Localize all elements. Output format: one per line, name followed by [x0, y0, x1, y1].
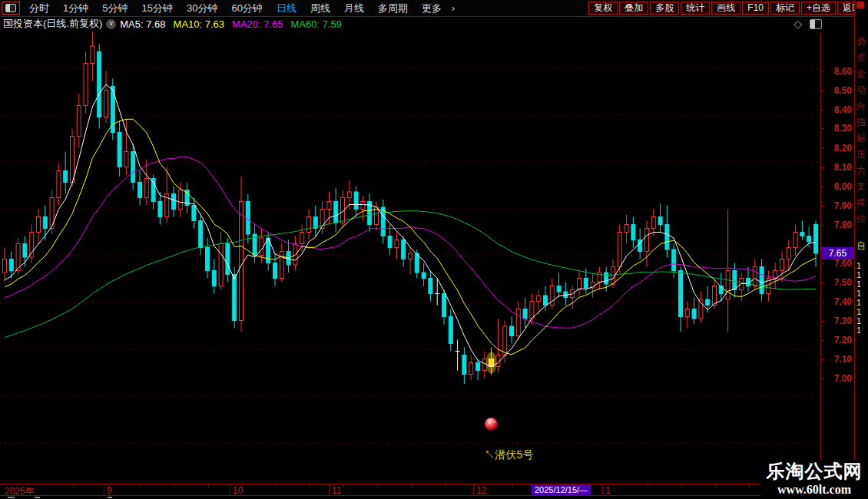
- price-label: 7.00: [834, 373, 852, 384]
- watermark: 乐淘公式网 www.60lt.com: [760, 460, 868, 499]
- watermark-url: www.60lt.com: [760, 483, 868, 497]
- top-menubar: 分时1分钟5分钟15分钟30分钟60分钟日线周线月线多周期更多› 复权叠加多股统…: [0, 0, 868, 17]
- panel-layout-icon[interactable]: [2, 2, 20, 15]
- sidebar-clipped-text: 向: [856, 100, 866, 113]
- chart-canvas[interactable]: ↖潜伏5号: [0, 31, 820, 484]
- toolbar-button-5[interactable]: F10: [742, 2, 769, 15]
- date-axis: 2025年9101112122025/12/15/—: [0, 484, 854, 496]
- date-label: 1: [605, 485, 611, 496]
- sidebar-fragment: [856, 2, 864, 8]
- menu-item-5[interactable]: 60分钟: [224, 2, 269, 15]
- stock-chart-app: 分时1分钟5分钟15分钟30分钟60分钟日线周线月线多周期更多› 复权叠加多股统…: [0, 0, 868, 499]
- sidebar-clipped-text: 动: [856, 84, 866, 97]
- menu-item-9[interactable]: 多周期: [371, 2, 415, 15]
- price-label: 8.30: [834, 123, 852, 134]
- sidebar-clipped-text: 指: [856, 116, 866, 129]
- clipped-right-sidebar[interactable]: 势资金动向指标压力支撑位自11111111: [855, 0, 868, 499]
- price-label: 7.40: [834, 296, 852, 307]
- sidebar-clipped-text: 金: [856, 68, 866, 81]
- price-label: 7.60: [834, 258, 852, 269]
- toolbar-button-4[interactable]: 画线: [711, 2, 740, 15]
- price-label: 7.10: [834, 354, 852, 365]
- symbol-title: 国投资本(日线.前复权): [0, 17, 102, 31]
- sidebar-clipped-digit: 1: [856, 279, 861, 289]
- chevron-down-icon[interactable]: ∨: [106, 19, 116, 29]
- date-label: 10: [233, 485, 243, 496]
- sidebar-clipped-text: 压: [856, 148, 866, 161]
- toolbar-button-3[interactable]: 统计: [681, 2, 710, 15]
- diamond-icon[interactable]: ◇: [793, 18, 802, 30]
- sidebar-clipped-text: 位: [856, 213, 866, 226]
- price-label: 8.60: [834, 66, 852, 77]
- signal-label: ↖潜伏5号: [485, 448, 534, 461]
- toolbar-button-2[interactable]: 多股: [650, 2, 679, 15]
- ma-value-MA20: MA20: 7.65: [232, 18, 283, 30]
- menu-item-2[interactable]: 5分钟: [95, 2, 134, 15]
- sidebar-clipped-text: 资: [856, 51, 866, 64]
- sidebar-clipped-digit: 1: [856, 270, 861, 279]
- sidebar-clipped-text: 支: [856, 180, 866, 193]
- menu-item-6[interactable]: 日线: [270, 2, 303, 15]
- selected-date-box: 2025/12/15/—: [532, 485, 591, 495]
- watermark-title: 乐淘公式网: [760, 460, 868, 483]
- ma-value-MA60: MA60: 7.59: [291, 18, 343, 30]
- price-axis: 8.608.508.408.308.208.108.007.907.807.60…: [821, 31, 854, 484]
- toolbar-button-7[interactable]: +自选: [801, 2, 836, 15]
- menu-item-3[interactable]: 15分钟: [134, 2, 179, 15]
- ma-value-list: MA5: 7.68MA10: 7.63MA20: 7.65MA60: 7.59: [120, 18, 350, 30]
- menu-item-4[interactable]: 30分钟: [180, 2, 224, 15]
- price-label: 8.10: [834, 162, 852, 173]
- menu-item-10[interactable]: 更多: [415, 2, 449, 15]
- date-label: 9: [107, 485, 112, 496]
- menu-item-7[interactable]: 周线: [303, 2, 337, 15]
- sidebar-clipped-text: 力: [856, 164, 866, 177]
- toolbar-button-0[interactable]: 复权: [588, 2, 618, 15]
- date-label: 11: [332, 485, 341, 496]
- panel-layout-glyph: [5, 4, 16, 12]
- price-label: 8.50: [834, 85, 852, 96]
- price-label: 8.00: [834, 181, 852, 192]
- date-label: 12: [476, 485, 486, 496]
- ma-value-MA5: MA5: 7.68: [120, 18, 165, 30]
- window-pane-icon[interactable]: [810, 19, 822, 29]
- price-label: 8.20: [834, 143, 852, 154]
- last-price-box: 7.65: [821, 247, 854, 259]
- sidebar-clipped-digit: 1: [856, 289, 861, 298]
- menu-item-0[interactable]: 分时: [22, 2, 56, 15]
- price-label: 7.20: [834, 335, 852, 345]
- price-label: 7.50: [834, 277, 852, 288]
- ma-value-MA10: MA10: 7.63: [174, 18, 225, 30]
- period-menu: 分时1分钟5分钟15分钟30分钟60分钟日线周线月线多周期更多›: [22, 2, 458, 15]
- menu-item-1[interactable]: 1分钟: [56, 2, 95, 15]
- toolbar-button-6[interactable]: 标记: [770, 2, 800, 15]
- sidebar-clipped-digit: 1: [856, 307, 861, 316]
- sidebar-clipped-digit: 1: [856, 316, 861, 326]
- more-arrow-icon[interactable]: ›: [449, 3, 458, 14]
- toolbar-button-1[interactable]: 叠加: [619, 2, 648, 15]
- title-bar: 国投资本(日线.前复权) ∨ MA5: 7.68MA10: 7.63MA20: …: [0, 17, 854, 31]
- sidebar-clipped-text: 势: [856, 35, 866, 48]
- candlestick-chart[interactable]: ↖潜伏5号: [0, 31, 820, 484]
- price-label: 8.40: [834, 104, 852, 115]
- menu-item-8[interactable]: 月线: [337, 2, 371, 15]
- title-right-icons: ◇: [793, 18, 822, 30]
- sidebar-clipped-digit: 1: [856, 261, 861, 270]
- price-label: 7.80: [834, 220, 852, 230]
- sidebar-clipped-text: 撑: [856, 197, 866, 210]
- toolbar-buttons: 复权叠加多股统计画线F10标记+自选返回: [587, 2, 868, 15]
- sidebar-clipped-text: 标: [856, 132, 866, 145]
- sidebar-clipped-digit: 1: [856, 326, 861, 335]
- price-label: 7.30: [834, 316, 852, 326]
- sidebar-clipped-text: 自: [856, 240, 866, 253]
- price-label: 7.90: [834, 200, 852, 211]
- sidebar-clipped-digit: 1: [856, 298, 861, 307]
